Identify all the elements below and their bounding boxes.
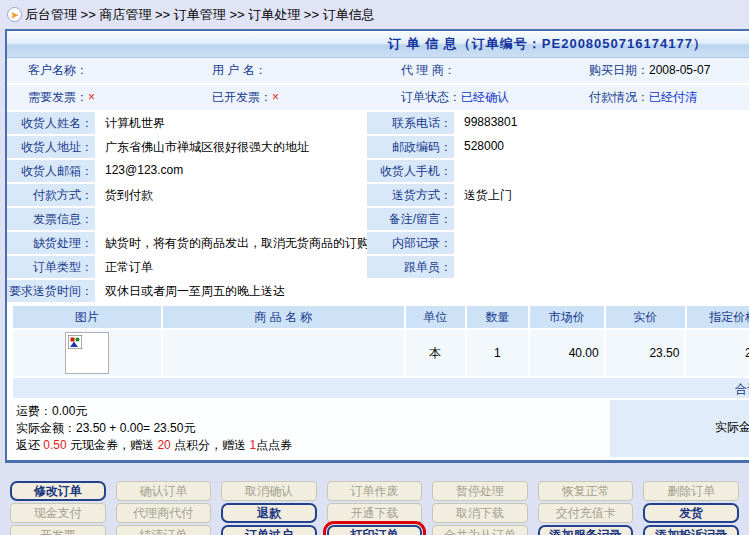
col-header-real-price: 实价 [606, 306, 685, 328]
table-total-row: 合计：23.50元 [13, 378, 749, 398]
transfer-order-button[interactable]: 订单过户 [221, 525, 317, 535]
cash-payment-button: 现金支付 [10, 503, 106, 523]
print-order-button[interactable]: 打印订单 [327, 525, 423, 535]
refund-button[interactable]: 退款 [221, 503, 317, 523]
order-meta-row-2: 需要发票：× 已开发票：× 订单状态：已经确认 付款情况：已经付清 [7, 85, 749, 110]
breadcrumb[interactable]: 后台管理 >> 商店管理 >> 订单管理 >> 订单处理 >> 订单信息 [25, 6, 375, 24]
settle-order-button: 结清订单 [116, 525, 212, 535]
product-row: 本 1 40.00 23.50 23.50 [13, 330, 749, 376]
invoice-issued-x-icon: × [272, 90, 279, 104]
order-type-label: 订单类型： [7, 256, 95, 278]
col-header-image: 图片 [13, 306, 161, 328]
receiver-email-value: 123@123.com [97, 160, 365, 182]
invoice-issued-label: 已开发票： [212, 90, 272, 104]
receiver-name-label: 收货人姓名： [7, 112, 95, 134]
invoice-info-value [97, 208, 365, 230]
cancel-confirm-button: 取消确认 [221, 481, 317, 501]
detail-row: 付款方式： 货到付款 送货方式： 送货上门 [7, 184, 749, 206]
pause-processing-button: 暂停处理 [432, 481, 528, 501]
need-invoice-x-icon: × [88, 90, 95, 104]
payment-method-value: 货到付款 [97, 184, 365, 206]
order-info-panel: 订 单 信 息（订单编号：PE2008050716174177） 客户名称： 用… [5, 29, 749, 463]
purchase-date-value: 2008-05-07 [649, 63, 710, 77]
summary-right: 实际金额：23.50元 [610, 400, 749, 457]
cancel-download-button: 取消下载 [432, 503, 528, 523]
ship-button[interactable]: 发货 [643, 503, 739, 523]
delivery-time-value: 双休日或者周一至周五的晚上送达 [97, 280, 749, 302]
button-row-3: 开发票 结清订单 订单过户 打印订单 合并为从订单 添加服务记录 添加投诉记录 [10, 525, 749, 535]
purchase-date-label: 购买日期： [589, 63, 649, 77]
product-image-placeholder[interactable] [65, 332, 109, 374]
phone-value: 99883801 [456, 112, 749, 134]
product-image-cell [13, 330, 161, 376]
receiver-mobile-label: 收货人手机： [367, 160, 454, 182]
issue-invoice-button: 开发票 [10, 525, 106, 535]
arrow-circle-icon: ➤ [7, 7, 22, 22]
receiver-email-label: 收货人邮箱： [7, 160, 95, 182]
summary-left: 运费：0.00元 实际金额：23.50 + 0.00= 23.50元 返还 0.… [13, 400, 608, 457]
internal-record-value [456, 232, 749, 254]
remark-label: 备注/留言： [367, 208, 454, 230]
rebate-cash-value: 0.50 [43, 438, 66, 452]
detail-row: 收货人姓名： 计算机世界 联系电话： 99883801 [7, 112, 749, 134]
detail-row: 订单类型： 正常订单 跟单员： [7, 256, 749, 278]
detail-row: 发票信息： 备注/留言： [7, 208, 749, 230]
button-row-1: 修改订单 确认订单 取消确认 订单作废 暂停处理 恢复正常 删除订单 [10, 481, 749, 501]
delete-order-button: 删除订单 [643, 481, 739, 501]
shipping-fee-line: 运费：0.00元 [16, 403, 608, 420]
product-table: 图片 商 品 名 称 单位 数量 市场价 实价 指定价格 本 [13, 306, 749, 376]
outofstock-handling-value: 缺货时，将有货的商品发出，取消无货商品的订购 [97, 232, 365, 254]
order-status-label: 订单状态： [401, 90, 461, 104]
breadcrumb-bar: ➤ 后台管理 >> 商店管理 >> 订单管理 >> 订单处理 >> 订单信息 [0, 0, 749, 29]
delivery-method-value: 送货上门 [456, 184, 749, 206]
rebate-points-value: 20 [157, 438, 170, 452]
internal-record-label: 内部记录： [367, 232, 454, 254]
product-unit-cell: 本 [406, 330, 465, 376]
payment-method-label: 付款方式： [7, 184, 95, 206]
actual-amount-line: 实际金额：23.50 + 0.00= 23.50元 [16, 420, 608, 437]
payment-status-label: 付款情况： [589, 90, 649, 104]
col-header-unit: 单位 [406, 306, 465, 328]
agent-label: 代 理 商： [401, 63, 456, 77]
product-assigned-price-cell: 23.50 [686, 330, 749, 376]
col-header-quantity: 数量 [467, 306, 528, 328]
add-complaint-record-button[interactable]: 添加投诉记录 [643, 525, 739, 535]
invoice-info-label: 发票信息： [7, 208, 95, 230]
deliver-recharge-card-button: 交付充值卡 [538, 503, 634, 523]
page-title: 订 单 信 息（订单编号：PE2008050716174177） [7, 31, 707, 57]
phone-label: 联系电话： [367, 112, 454, 134]
outofstock-handling-label: 缺货处理： [7, 232, 95, 254]
void-order-button: 订单作废 [327, 481, 423, 501]
receiver-mobile-value [456, 160, 749, 182]
order-meta-row-1: 客户名称： 用 户 名： 代 理 商： 购买日期：2008-05-07 [7, 58, 749, 83]
button-row-2: 现金支付 代理商代付 退款 开通下载 取消下载 交付充值卡 发货 [10, 503, 749, 523]
need-invoice-label: 需要发票： [28, 90, 88, 104]
col-header-product-name: 商 品 名 称 [163, 306, 404, 328]
customer-name-label: 客户名称： [28, 63, 88, 77]
zipcode-label: 邮政编码： [367, 136, 454, 158]
product-real-price-cell: 23.50 [606, 330, 685, 376]
order-follower-label: 跟单员： [367, 256, 454, 278]
modify-order-button[interactable]: 修改订单 [10, 481, 106, 501]
payment-status-value: 已经付清 [649, 90, 697, 104]
detail-row: 收货人邮箱： 123@123.com 收货人手机： [7, 160, 749, 182]
broken-image-icon [68, 335, 82, 349]
total-label: 合计：23.50元 [735, 381, 749, 398]
add-service-record-button[interactable]: 添加服务记录 [538, 525, 634, 535]
remark-value [456, 208, 749, 230]
restore-normal-button: 恢复正常 [538, 481, 634, 501]
detail-row: 收货人地址： 广东省佛山市禅城区很好很强大的地址 邮政编码： 528000 [7, 136, 749, 158]
rebate-line: 返还 0.50 元现金券，赠送 20 点积分，赠送 1点点券 [16, 437, 608, 454]
action-button-area: 修改订单 确认订单 取消确认 订单作废 暂停处理 恢复正常 删除订单 现金支付 … [0, 463, 749, 535]
receiver-address-label: 收货人地址： [7, 136, 95, 158]
product-quantity-cell: 1 [467, 330, 528, 376]
zipcode-value: 528000 [456, 136, 749, 158]
delivery-method-label: 送货方式： [367, 184, 454, 206]
detail-row: 缺货处理： 缺货时，将有货的商品发出，取消无货商品的订购 内部记录： [7, 232, 749, 254]
product-market-price-cell: 40.00 [530, 330, 604, 376]
confirm-order-button: 确认订单 [116, 481, 212, 501]
username-label: 用 户 名： [212, 63, 267, 77]
detail-row-full: 要求送货时间： 双休日或者周一至周五的晚上送达 [7, 280, 749, 302]
order-summary: 运费：0.00元 实际金额：23.50 + 0.00= 23.50元 返还 0.… [13, 400, 749, 457]
order-follower-value [456, 256, 749, 278]
